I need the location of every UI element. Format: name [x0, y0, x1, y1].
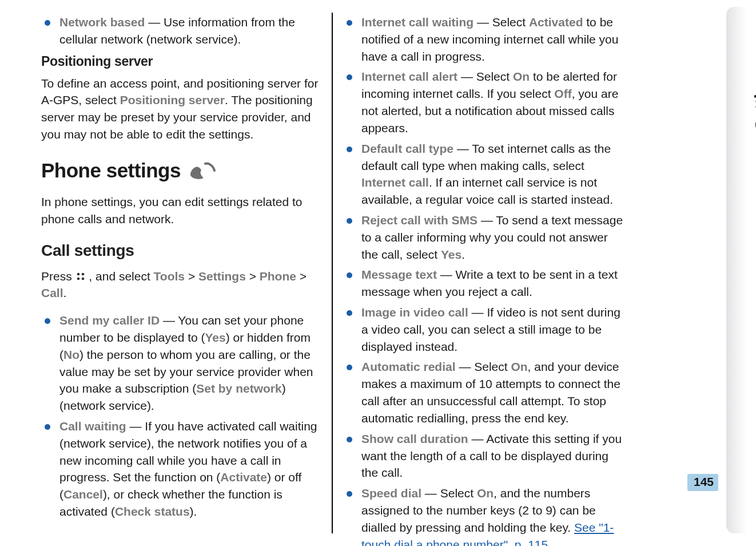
- list-item: Reject call with SMS — To send a text me…: [361, 212, 623, 263]
- list-item: Call waiting — If you have activated cal…: [59, 418, 321, 520]
- list-item: Default call type — To set internet call…: [361, 140, 623, 208]
- list-item: Message text — Write a text to be sent i…: [361, 266, 623, 300]
- side-tab: Settings: [722, 7, 756, 539]
- svg-point-2: [77, 277, 79, 280]
- option-name: Image in video call: [361, 306, 468, 319]
- option-name: Send my caller ID: [59, 314, 160, 327]
- option-name: Message text: [361, 268, 437, 281]
- option-name: Default call type: [361, 142, 453, 155]
- call-settings-heading: Call settings: [41, 242, 321, 260]
- option-name: Positioning server: [120, 93, 225, 106]
- call-settings-bullets-2: Internet call waiting — Select Activated…: [343, 14, 623, 546]
- positioning-bullets: Network based — Use information from the…: [41, 14, 321, 48]
- call-settings-nav: Press , and select Tools > Settings > Ph…: [41, 268, 321, 302]
- call-settings-bullets: Send my caller ID — You can set your pho…: [41, 312, 321, 520]
- left-column: Network based — Use information from the…: [34, 10, 332, 537]
- nav-step: Tools: [154, 270, 185, 283]
- page-number: 145: [694, 475, 714, 489]
- nav-step: Settings: [198, 270, 246, 283]
- list-item: Speed dial — Select On, and the numbers …: [361, 485, 623, 546]
- svg-point-3: [81, 277, 84, 280]
- right-column: Internet call waiting — Select Activated…: [333, 10, 630, 537]
- option-name: Reject call with SMS: [361, 213, 478, 227]
- positioning-server-heading: Positioning server: [41, 54, 321, 69]
- svg-point-1: [81, 272, 84, 275]
- menu-key-icon: [75, 269, 86, 279]
- list-item: Network based — Use information from the…: [59, 14, 321, 48]
- option-name: Network based: [59, 15, 145, 29]
- list-item: Show call duration — Activate this setti…: [361, 430, 623, 481]
- option-name: Speed dial: [361, 486, 421, 500]
- list-item: Send my caller ID — You can set your pho…: [59, 312, 321, 414]
- phone-settings-para: In phone settings, you can edit settings…: [41, 193, 321, 228]
- svg-point-0: [77, 272, 79, 275]
- list-item: Automatic redial — Select On, and your d…: [361, 358, 623, 426]
- option-name: Automatic redial: [361, 360, 456, 373]
- phone-settings-heading: Phone settings: [41, 159, 321, 185]
- option-name: Internet call alert: [361, 70, 457, 83]
- list-item: Internet call waiting — Select Activated…: [361, 14, 623, 65]
- nav-step: Call: [41, 286, 63, 299]
- list-item: Image in video call — If video is not se…: [361, 304, 623, 355]
- option-name: Call waiting: [59, 420, 126, 433]
- section-tab-label: Settings: [751, 64, 756, 130]
- option-name: Internet call waiting: [361, 15, 474, 29]
- option-name: Show call duration: [361, 432, 468, 445]
- page-content: Network based — Use information from the…: [34, 10, 715, 537]
- phone-icon: [189, 161, 216, 185]
- nav-step: Phone: [260, 270, 296, 283]
- list-item: Internet call alert — Select On to be al…: [361, 68, 623, 136]
- positioning-server-para: To define an access point, and positioni…: [41, 75, 321, 143]
